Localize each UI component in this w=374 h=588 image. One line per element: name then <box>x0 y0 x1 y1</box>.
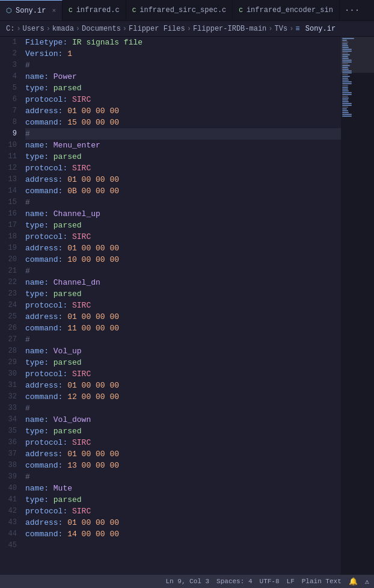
code-line-5[interactable]: type: parsed <box>25 82 341 94</box>
code-editor[interactable]: Filetype: IR signals fileVersion: 1#name… <box>23 37 341 575</box>
code-line-36[interactable]: protocol: SIRC <box>25 437 341 448</box>
line-number-14: 14 <box>5 185 17 197</box>
code-line-42[interactable]: protocol: SIRC <box>25 506 341 517</box>
line-val-4: Power <box>54 72 77 81</box>
breadcrumb-item-6[interactable]: TVs <box>275 25 288 33</box>
breadcrumb-item-1[interactable]: Users <box>23 25 44 33</box>
line-val-37: 01 00 00 00 <box>67 450 119 459</box>
code-line-14[interactable]: command: 0B 00 00 00 <box>25 185 341 197</box>
code-line-44[interactable]: command: 14 00 00 00 <box>25 528 341 540</box>
tab-overflow-button[interactable]: ··· <box>340 0 364 20</box>
status-language[interactable]: Plain Text <box>302 578 342 585</box>
minimap-line-35 <box>342 99 348 101</box>
line-val-6: SIRC <box>72 95 91 104</box>
breadcrumb-item-3[interactable]: Documents <box>82 25 121 33</box>
code-line-33[interactable]: # <box>25 403 341 414</box>
minimap-line-14 <box>342 61 352 63</box>
code-line-37[interactable]: address: 01 00 00 00 <box>25 448 341 460</box>
code-line-9[interactable]: # <box>25 128 341 140</box>
breadcrumb-item-0[interactable]: C: <box>6 25 14 33</box>
line-key-31: address: <box>25 381 67 390</box>
code-line-35[interactable]: type: parsed <box>25 426 341 437</box>
code-line-39[interactable]: # <box>25 471 341 483</box>
minimap-line-31 <box>342 92 352 93</box>
status-spaces[interactable]: Spaces: 4 <box>216 578 252 585</box>
code-line-8[interactable]: command: 15 00 00 00 <box>25 117 341 128</box>
line-key-41: type: <box>25 495 54 504</box>
code-line-1[interactable]: Filetype: IR signals file <box>25 37 341 48</box>
code-line-45[interactable] <box>25 540 341 551</box>
code-line-22[interactable]: name: Channel_dn <box>25 277 341 288</box>
code-line-13[interactable]: address: 01 00 00 00 <box>25 174 341 185</box>
line-key-23: type: <box>25 289 54 299</box>
status-errors-icon[interactable]: ⚠ <box>365 577 369 586</box>
code-line-29[interactable]: type: parsed <box>25 357 341 368</box>
status-notifications-icon[interactable]: 🔔 <box>349 577 358 586</box>
line-key-26: command: <box>25 324 67 333</box>
code-line-11[interactable]: type: parsed <box>25 151 341 162</box>
code-line-17[interactable]: type: parsed <box>25 220 341 231</box>
line-number-26: 26 <box>5 323 17 334</box>
status-position[interactable]: Ln 9, Col 3 <box>165 578 209 585</box>
code-line-43[interactable]: address: 01 00 00 00 <box>25 517 341 528</box>
line-val-20: 10 00 00 00 <box>67 255 119 264</box>
tab-infrared-encoder-sin[interactable]: Cinfrared_encoder_sin <box>233 0 340 20</box>
code-line-34[interactable]: name: Vol_down <box>25 414 341 426</box>
code-line-16[interactable]: name: Channel_up <box>25 208 341 220</box>
code-line-41[interactable]: type: parsed <box>25 494 341 506</box>
code-line-18[interactable]: protocol: SIRC <box>25 231 341 243</box>
minimap-line-21 <box>342 74 348 75</box>
code-line-31[interactable]: address: 01 00 00 00 <box>25 380 341 391</box>
code-line-2[interactable]: Version: 1 <box>25 48 341 60</box>
code-line-15[interactable]: # <box>25 197 341 208</box>
comment-text-27: # <box>25 335 30 344</box>
status-encoding[interactable]: UTF-8 <box>260 578 280 585</box>
minimap-line-12 <box>342 58 349 59</box>
code-line-24[interactable]: protocol: SIRC <box>25 300 341 311</box>
line-key-11: type: <box>25 152 54 161</box>
code-line-20[interactable]: command: 10 00 00 00 <box>25 254 341 265</box>
code-line-25[interactable]: address: 01 00 00 00 <box>25 311 341 323</box>
line-val-19: 01 00 00 00 <box>67 244 119 253</box>
code-line-3[interactable]: # <box>25 60 341 71</box>
line-number-22: 22 <box>5 277 17 288</box>
code-line-38[interactable]: command: 13 00 00 00 <box>25 460 341 471</box>
code-line-19[interactable]: address: 01 00 00 00 <box>25 243 341 254</box>
line-number-2: 2 <box>5 48 17 60</box>
code-line-27[interactable]: # <box>25 334 341 345</box>
code-line-21[interactable]: # <box>25 265 341 277</box>
code-line-30[interactable]: protocol: SIRC <box>25 368 341 380</box>
breadcrumb-item-5[interactable]: Flipper-IRDB-main <box>193 25 266 33</box>
tab-close-sony-ir[interactable]: × <box>52 7 56 14</box>
line-val-5: parsed <box>54 84 82 93</box>
status-bar: Ln 9, Col 3 Spaces: 4 UTF-8 LF Plain Tex… <box>0 575 374 588</box>
breadcrumb-item-2[interactable]: kmada <box>52 25 74 33</box>
code-line-4[interactable]: name: Power <box>25 71 341 82</box>
code-line-32[interactable]: command: 12 00 00 00 <box>25 391 341 403</box>
minimap-line-41 <box>342 110 348 111</box>
code-line-12[interactable]: protocol: SIRC <box>25 162 341 174</box>
line-val-23: parsed <box>54 289 82 299</box>
code-line-23[interactable]: type: parsed <box>25 288 341 300</box>
tab-infrared-sirc-spec[interactable]: Cinfrared_sirc_spec.c <box>126 0 233 20</box>
code-line-6[interactable]: protocol: SIRC <box>25 94 341 105</box>
code-line-26[interactable]: command: 11 00 00 00 <box>25 323 341 334</box>
minimap-line-2 <box>342 40 347 41</box>
breadcrumb: C: › Users › kmada › Documents › Flipper… <box>0 21 374 37</box>
line-number-3: 3 <box>5 60 17 71</box>
code-line-40[interactable]: name: Mute <box>25 483 341 494</box>
breadcrumb-item-4[interactable]: Flipper Files <box>129 25 185 33</box>
code-line-28[interactable]: name: Vol_up <box>25 345 341 357</box>
line-val-43: 01 00 00 00 <box>67 518 119 527</box>
line-number-21: 21 <box>5 265 17 277</box>
tab-sony-ir[interactable]: ⬡Sony.ir× <box>0 0 63 20</box>
line-key-25: address: <box>25 312 67 321</box>
tab-infrared-c[interactable]: Cinfrared.c <box>63 0 126 20</box>
code-line-7[interactable]: address: 01 00 00 00 <box>25 105 341 117</box>
code-line-10[interactable]: name: Menu_enter <box>25 140 341 151</box>
line-number-8: 8 <box>5 117 17 128</box>
status-eol[interactable]: LF <box>287 578 295 585</box>
line-val-8: 15 00 00 00 <box>67 118 119 127</box>
line-val-28: Vol_up <box>54 347 82 356</box>
tab-icon-infrared-c: C <box>69 7 73 14</box>
